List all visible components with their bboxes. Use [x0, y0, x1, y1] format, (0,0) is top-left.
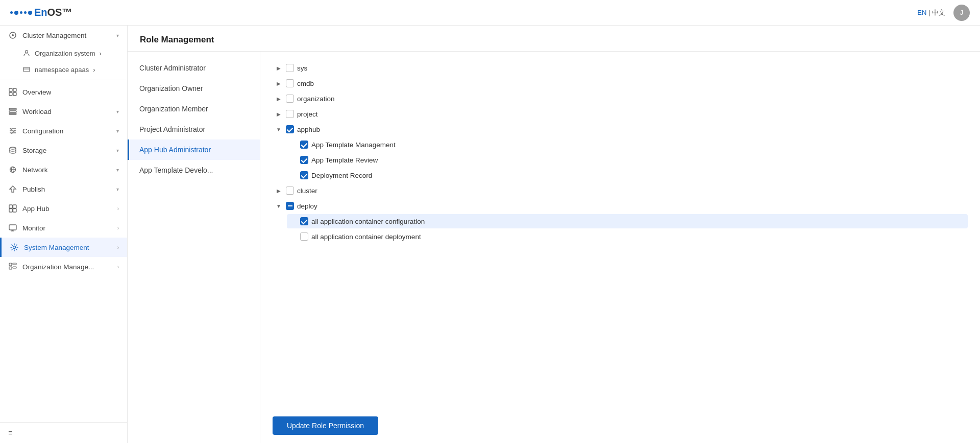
- sidebar-item-apphub[interactable]: App Hub ›: [0, 199, 127, 218]
- logo-dot-4: [24, 11, 27, 14]
- tree-checkbox-sys[interactable]: [286, 64, 294, 72]
- svg-rect-23: [13, 205, 17, 208]
- role-panel: Cluster Administrator Organization Owner…: [128, 52, 260, 443]
- tree-toggle-apphub[interactable]: ▼: [275, 125, 283, 133]
- tree-toggle-cluster[interactable]: ▶: [275, 186, 283, 195]
- apphub-icon: [8, 204, 17, 213]
- network-chevron: ▾: [116, 167, 119, 173]
- tree-label-cmdb: cmdb: [297, 80, 314, 87]
- tree-toggle-organization[interactable]: ▶: [275, 95, 283, 103]
- system-management-label: System Management: [24, 244, 112, 251]
- svg-rect-11: [9, 113, 16, 114]
- apphub-chevron: ›: [117, 206, 119, 212]
- tree-checkbox-app-tmpl-mgmt[interactable]: [300, 141, 308, 149]
- sidebar-collapse[interactable]: ≡: [0, 422, 127, 443]
- sidebar-item-overview[interactable]: Overview: [0, 82, 127, 102]
- tree-checkbox-project[interactable]: [286, 110, 294, 118]
- tree-label-app-container-config: all application container configuration: [311, 218, 425, 225]
- tree-checkbox-app-container-config[interactable]: [300, 217, 308, 225]
- tree-toggle-deploy[interactable]: ▼: [275, 202, 283, 210]
- sidebar-item-workload[interactable]: Workload ▾: [0, 102, 127, 121]
- tree-row-organization: ▶ organization: [273, 91, 968, 106]
- logo-dot-2: [14, 11, 18, 15]
- configuration-chevron: ▾: [116, 128, 119, 134]
- permission-panel: ▶ sys ▶ cmdb: [260, 52, 980, 443]
- content-area: Role Management Cluster Administrator Or…: [128, 26, 980, 443]
- sidebar: Cluster Management ▾ Organization system…: [0, 26, 128, 443]
- logo: EnOS™: [10, 7, 72, 18]
- tree-checkbox-organization[interactable]: [286, 95, 294, 103]
- svg-rect-32: [9, 267, 12, 269]
- tree-checkbox-apphub[interactable]: [286, 125, 294, 133]
- role-org-member[interactable]: Organization Member: [128, 99, 260, 119]
- tree-toggle-sys[interactable]: ▶: [275, 64, 283, 72]
- role-cluster-admin[interactable]: Cluster Administrator: [128, 58, 260, 78]
- role-org-owner[interactable]: Organization Owner: [128, 78, 260, 99]
- org-manage-icon: [8, 262, 17, 271]
- tree-label-app-tmpl-mgmt: App Template Management: [311, 141, 396, 149]
- svg-rect-7: [9, 92, 12, 96]
- tree-node-apphub: ▼ apphub App Template Management: [273, 122, 968, 182]
- monitor-chevron: ›: [117, 225, 119, 231]
- tree-row-app-container-deploy: all application container deployment: [287, 229, 968, 244]
- logo-dots: [10, 11, 32, 15]
- cluster-icon: [8, 31, 17, 40]
- tree-checkbox-deployment-record[interactable]: [300, 171, 308, 179]
- tree-label-sys: sys: [297, 64, 307, 72]
- logo-dot-1: [10, 11, 13, 14]
- tree-toggle-cmdb[interactable]: ▶: [275, 79, 283, 87]
- sidebar-item-org-manage[interactable]: Organization Manage... ›: [0, 257, 127, 276]
- cluster-chevron: ▾: [116, 33, 119, 38]
- tree-label-organization: organization: [297, 95, 335, 103]
- role-apphub-admin[interactable]: App Hub Administrator: [128, 139, 260, 160]
- tree-node-app-container-config: all application container configuration: [287, 214, 968, 228]
- update-role-permission-button[interactable]: Update Role Permission: [273, 416, 378, 435]
- tree-checkbox-deploy[interactable]: [286, 202, 294, 210]
- sidebar-item-cluster-management[interactable]: Cluster Management ▾: [0, 26, 127, 45]
- tree-children-apphub: App Template Management App Template Rev…: [273, 137, 968, 182]
- network-label: Network: [22, 166, 111, 174]
- lang-zh[interactable]: 中文: [932, 9, 945, 16]
- publish-label: Publish: [22, 185, 111, 193]
- tree-checkbox-cmdb[interactable]: [286, 79, 294, 87]
- tree-node-organization: ▶ organization: [273, 91, 968, 106]
- tree-checkbox-cluster[interactable]: [286, 186, 294, 195]
- storage-label: Storage: [22, 147, 111, 154]
- workload-icon: [8, 107, 17, 116]
- overview-label: Overview: [22, 88, 119, 96]
- sidebar-item-monitor[interactable]: Monitor ›: [0, 218, 127, 238]
- sidebar-item-publish[interactable]: Publish ▾: [0, 179, 127, 199]
- tree-row-app-container-config: all application container configuration: [287, 214, 968, 228]
- role-app-template-dev[interactable]: App Template Develo...: [128, 160, 260, 180]
- system-mgmt-icon: [10, 243, 19, 252]
- collapse-icon: ≡: [8, 429, 12, 437]
- sidebar-item-network[interactable]: Network ▾: [0, 160, 127, 179]
- logo-text: EnOS™: [34, 7, 72, 18]
- sidebar-item-system-management[interactable]: System Management ›: [0, 238, 127, 257]
- lang-en[interactable]: EN: [917, 9, 926, 16]
- tree-checkbox-app-container-deploy[interactable]: [300, 232, 308, 241]
- lang-switcher[interactable]: EN | 中文: [917, 8, 945, 17]
- publish-icon: [8, 184, 17, 194]
- tree-toggle-project[interactable]: ▶: [275, 110, 283, 118]
- sidebar-item-configuration[interactable]: Configuration ▾: [0, 121, 127, 141]
- tree-node-deployment-record: Deployment Record: [287, 168, 968, 182]
- role-project-admin[interactable]: Project Administrator: [128, 119, 260, 139]
- tree-node-sys: ▶ sys: [273, 61, 968, 75]
- tree-node-app-tmpl-review: App Template Review: [287, 153, 968, 167]
- storage-icon: [8, 146, 17, 155]
- tree-row-app-tmpl-review: App Template Review: [287, 153, 968, 167]
- tree-row-deployment-record: Deployment Record: [287, 168, 968, 182]
- configuration-icon: [8, 126, 17, 135]
- sidebar-item-namespace[interactable]: namespace apaas ›: [0, 61, 127, 78]
- tree-label-deploy: deploy: [297, 202, 317, 210]
- sidebar-item-org-system[interactable]: Organization system ›: [0, 45, 127, 61]
- tree-node-cmdb: ▶ cmdb: [273, 76, 968, 90]
- sidebar-item-storage[interactable]: Storage ▾: [0, 141, 127, 160]
- lang-sep: |: [928, 9, 932, 16]
- tree-label-project: project: [297, 110, 318, 118]
- svg-point-18: [10, 147, 16, 149]
- monitor-icon: [8, 223, 17, 232]
- tree-checkbox-app-tmpl-review[interactable]: [300, 156, 308, 164]
- user-avatar[interactable]: J: [953, 5, 970, 21]
